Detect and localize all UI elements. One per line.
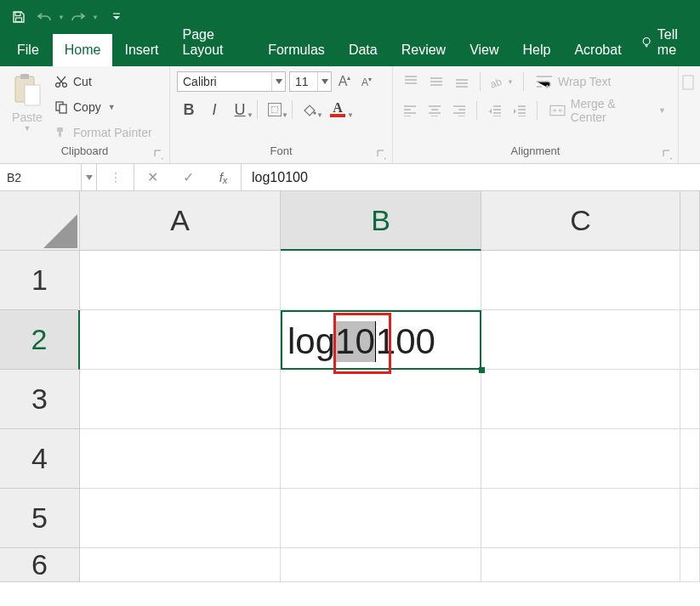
cell-d4[interactable] [680,429,700,489]
row-header-6[interactable]: 6 [0,548,80,582]
font-launcher[interactable] [377,150,389,161]
italic-icon: I [212,101,216,119]
font-name-combo[interactable]: Calibri [177,71,286,92]
increase-font-button[interactable]: A▴ [335,72,354,91]
undo-button[interactable] [32,5,56,29]
underline-button[interactable]: U▼ [228,99,252,121]
cut-button[interactable]: Cut [51,71,156,92]
cell-c1[interactable] [481,251,680,310]
cancel-edit-button[interactable]: ✕ [134,164,170,190]
cell-a3[interactable] [80,370,281,429]
name-box-arrow[interactable] [81,164,96,190]
wrap-text-icon [536,75,553,88]
align-right-button[interactable] [449,101,470,120]
namebox-grip[interactable] [97,164,134,190]
row-header-5[interactable]: 5 [0,489,80,548]
italic-button[interactable]: I [202,99,226,121]
cell-d2[interactable] [680,310,700,370]
orientation-button[interactable]: ab▼ [487,72,516,91]
col-header-c[interactable]: C [481,191,680,251]
cell-b4[interactable] [281,429,481,489]
cell-d1[interactable] [680,251,700,310]
format-painter-button[interactable]: Format Painter [51,122,156,143]
cell-a2[interactable] [80,310,281,370]
row-header-4[interactable]: 4 [0,429,80,489]
cell-a1[interactable] [80,251,281,310]
cell-a5[interactable] [80,489,281,548]
paste-button[interactable]: Paste ▼ [7,71,48,144]
cell-c5[interactable] [481,489,680,548]
font-name-arrow[interactable] [271,72,285,91]
decrease-indent-icon [488,105,502,116]
cell-d3[interactable] [680,370,700,429]
cell-c2[interactable] [481,310,680,370]
font-color-button[interactable]: A▼ [323,99,352,121]
tab-home[interactable]: Home [53,34,113,66]
tab-insert[interactable]: Insert [112,34,170,66]
fill-color-button[interactable]: ▼ [298,99,322,121]
spreadsheet-grid: A B C 1 2 3 4 5 6 log10100 [0,191,700,606]
cell-c4[interactable] [481,429,680,489]
name-box[interactable]: B2 [0,164,97,190]
wrap-text-button[interactable]: Wrap Text [531,71,617,92]
font-size-arrow[interactable] [317,72,331,91]
cell-b6[interactable] [281,548,481,582]
redo-button[interactable] [66,5,90,29]
font-size-combo[interactable]: 11 [289,71,332,92]
tab-file[interactable]: File [9,34,53,66]
save-button[interactable] [7,5,31,29]
merge-center-button[interactable]: Merge & Center ▼ [544,100,671,121]
row-header-2[interactable]: 2 [0,310,80,370]
merge-center-icon [549,104,566,117]
col-header-a[interactable]: A [80,191,281,251]
formula-input[interactable]: log10100 [242,164,700,190]
enter-edit-button[interactable]: ✓ [170,164,206,190]
insert-function-button[interactable]: fx [206,164,242,190]
bold-button[interactable]: B [177,99,201,121]
tab-formulas[interactable]: Formulas [256,34,337,66]
decrease-indent-button[interactable] [484,101,505,120]
fill-handle[interactable] [479,367,485,373]
cells-area[interactable] [80,251,700,606]
cell-b3[interactable] [281,370,481,429]
paste-menu-arrow[interactable]: ▼ [24,124,31,133]
alignment-launcher[interactable] [663,150,674,161]
cell-a6[interactable] [80,548,281,582]
align-bottom-button[interactable] [451,72,473,91]
row-header-1[interactable]: 1 [0,251,80,310]
tab-review[interactable]: Review [390,34,458,66]
borders-button[interactable]: ▼ [263,99,287,121]
align-center-button[interactable] [424,101,446,120]
cell-editor[interactable]: log10100 [284,319,435,365]
copy-button[interactable]: Copy ▼ [51,97,156,117]
cell-c3[interactable] [481,370,680,429]
cell-d5[interactable] [680,489,700,548]
col-header-b[interactable]: B [281,191,481,251]
col-header-d-partial[interactable] [680,191,700,251]
decrease-font-icon: A▾ [361,74,372,89]
qat-customize[interactable] [112,12,121,22]
tab-help[interactable]: Help [511,34,563,66]
tab-view[interactable]: View [458,34,510,66]
svg-rect-0 [15,13,20,16]
align-middle-button[interactable] [425,72,447,91]
cell-b1[interactable] [281,251,481,310]
increase-indent-button[interactable] [509,101,530,120]
merge-menu-arrow[interactable]: ▼ [658,106,666,115]
tab-page-layout[interactable]: Page Layout [170,19,256,66]
align-top-button[interactable] [400,72,422,91]
tab-data[interactable]: Data [337,34,390,66]
clipboard-launcher[interactable] [154,150,166,161]
ribbon: Paste ▼ Cut Copy ▼ Format Painter [0,66,700,164]
row-header-3[interactable]: 3 [0,370,80,429]
align-left-button[interactable] [400,101,421,120]
tab-acrobat[interactable]: Acrobat [562,34,633,66]
cell-a4[interactable] [80,429,281,489]
copy-menu-arrow[interactable]: ▼ [108,103,116,111]
cell-b5[interactable] [281,489,481,548]
cell-d6[interactable] [680,548,700,582]
select-all-button[interactable] [0,191,80,251]
tell-me[interactable]: Tell me [634,19,691,66]
decrease-font-button[interactable]: A▾ [357,72,376,91]
cell-c6[interactable] [481,548,680,582]
